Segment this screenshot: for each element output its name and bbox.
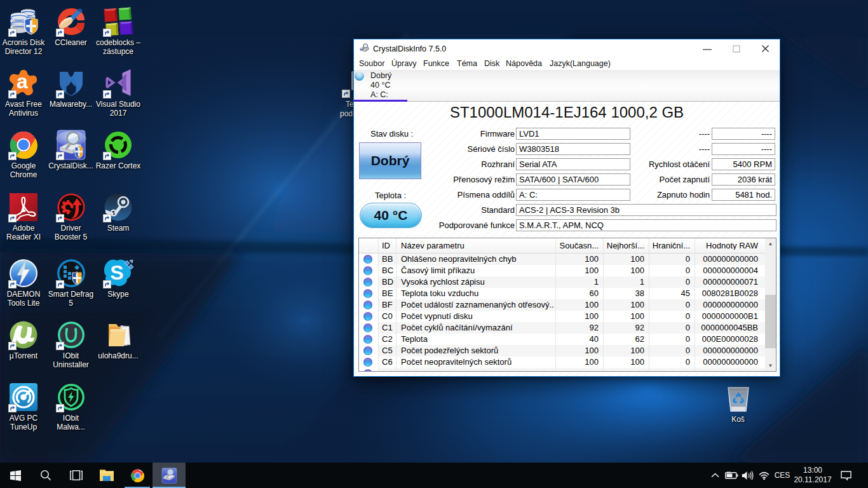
svg-text:a: a xyxy=(17,70,28,93)
svg-text:S: S xyxy=(110,261,123,284)
